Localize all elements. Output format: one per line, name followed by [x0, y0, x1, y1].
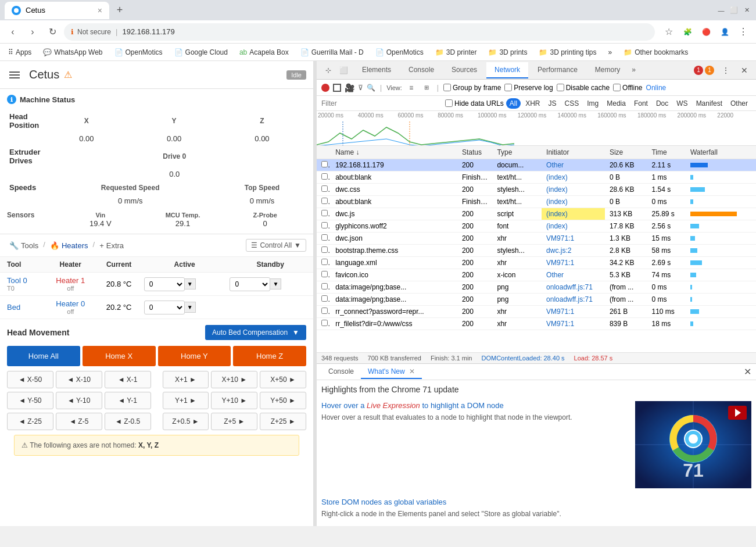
row-initiator-2[interactable]: (index)	[542, 184, 605, 196]
bookmark-3dtips[interactable]: 📁 3D printing tips	[535, 47, 600, 58]
row-checkbox-10[interactable]	[317, 281, 331, 294]
devtools-settings-icon[interactable]: ⋮	[719, 63, 733, 77]
hide-data-urls-checkbox[interactable]: Hide data URLs	[445, 99, 504, 108]
x-plus-50-button[interactable]: X+50 ►	[260, 371, 306, 388]
capture-screenshot-icon[interactable]: 🎥	[345, 83, 354, 92]
row-checkbox-4[interactable]	[317, 208, 331, 220]
row-checkbox-7[interactable]	[317, 245, 331, 257]
name-column-header[interactable]: Name ↓	[331, 146, 457, 159]
bookmark-more[interactable]: »	[605, 47, 616, 58]
row-initiator-3[interactable]: (index)	[542, 196, 605, 208]
whats-new-close[interactable]: ✕	[409, 367, 415, 376]
row-initiator-7[interactable]: dwc.js:2	[542, 245, 605, 257]
initiator-link-5[interactable]: (index)	[546, 222, 568, 230]
standby-0-select[interactable]: 0	[230, 277, 270, 291]
control-all-button[interactable]: ☰ Control All ▼	[246, 239, 306, 252]
whats-new-tab[interactable]: What's New ✕	[361, 365, 422, 379]
home-all-button[interactable]: Home All	[7, 346, 80, 366]
row-checkbox-0[interactable]	[317, 159, 331, 171]
table-row[interactable]: dwc.js 200 script (index) 313 KB 25.89 s	[317, 208, 756, 220]
filter-tab-css[interactable]: CSS	[561, 98, 583, 109]
initiator-link-3[interactable]: (index)	[546, 198, 568, 206]
initiator-link-13[interactable]: VM971:1	[546, 320, 574, 328]
bookmark-star[interactable]: ☆	[661, 24, 677, 40]
filter-icon[interactable]: ⊽	[358, 84, 363, 92]
active-bed-cell[interactable]: 0 ▼	[142, 296, 228, 319]
initiator-link-6[interactable]: VM971:1	[546, 234, 574, 242]
filter-tab-ws[interactable]: WS	[673, 98, 691, 109]
filter-tab-doc[interactable]: Doc	[653, 98, 672, 109]
extension-icon-1[interactable]: 🧩	[679, 24, 696, 40]
table-row[interactable]: rr_connect?password=repr... 200 xhr VM97…	[317, 306, 756, 318]
initiator-link-11[interactable]: onloadwff.js:71	[546, 295, 593, 303]
devtools-close-icon[interactable]: ✕	[737, 63, 751, 77]
forward-button[interactable]: ›	[24, 24, 41, 40]
home-x-button[interactable]: Home X	[83, 346, 156, 366]
y-plus-50-button[interactable]: Y+50 ►	[260, 392, 306, 409]
tab-network[interactable]: Network	[486, 62, 528, 78]
preserve-log-checkbox[interactable]: Preserve log	[504, 84, 553, 92]
filter-tab-img[interactable]: Img	[583, 98, 602, 109]
group-by-frame-checkbox[interactable]: Group by frame	[443, 84, 501, 92]
row-initiator-6[interactable]: VM971:1	[542, 233, 605, 245]
size-column-header[interactable]: Size	[605, 146, 647, 159]
tab-console[interactable]: Console	[400, 62, 442, 78]
url-bar[interactable]: ℹ Not secure | 192.168.11.179	[64, 23, 655, 41]
row-initiator-0[interactable]: Other	[542, 159, 605, 171]
row-initiator-5[interactable]: (index)	[542, 220, 605, 233]
active-0-select[interactable]: 0	[144, 277, 185, 291]
row-initiator-12[interactable]: VM971:1	[542, 306, 605, 318]
active-bed-select[interactable]: 0	[144, 301, 185, 314]
tab-sources[interactable]: Sources	[443, 62, 485, 78]
row-initiator-10[interactable]: onloadwff.js:71	[542, 281, 605, 294]
heater-1-link[interactable]: Heater 1	[56, 276, 85, 285]
extension-icon-2[interactable]: 🔴	[698, 24, 714, 40]
table-row[interactable]: data:image/png;base... 200 png onloadwff…	[317, 281, 756, 294]
tab-memory[interactable]: Memory	[587, 62, 628, 78]
initiator-link-7[interactable]: dwc.js:2	[546, 246, 571, 255]
table-row[interactable]: data:image/png;base... 200 png onloadwff…	[317, 294, 756, 306]
row-initiator-9[interactable]: Other	[542, 269, 605, 281]
tab-performance[interactable]: Performance	[529, 62, 586, 78]
bed-link[interactable]: Bed	[7, 303, 20, 312]
z-plus-25-button[interactable]: Z+25 ►	[260, 413, 306, 430]
initiator-link-2[interactable]: (index)	[546, 185, 568, 194]
initiator-link-8[interactable]: VM971:1	[546, 259, 574, 267]
y-minus-10-button[interactable]: ◄ Y-10	[56, 392, 102, 409]
list-view-icon[interactable]: ≡	[406, 82, 417, 94]
offline-checkbox[interactable]: Offline	[613, 84, 642, 92]
z-minus-25-button[interactable]: ◄ Z-25	[7, 413, 53, 430]
disable-cache-checkbox[interactable]: Disable cache	[557, 84, 610, 92]
browser-tab[interactable]: Cetus ×	[5, 2, 109, 19]
x-plus-10-button[interactable]: X+10 ►	[211, 371, 257, 388]
y-minus-1-button[interactable]: ◄ Y-1	[105, 392, 151, 409]
home-z-button[interactable]: Home Z	[233, 346, 306, 366]
z-plus-0-5-button[interactable]: Z+0.5 ►	[163, 413, 209, 430]
bookmark-3dprinter[interactable]: 📁 3D printer	[432, 47, 481, 58]
device-toggle-icon[interactable]: ⬜	[336, 63, 350, 77]
table-row[interactable]: rr_filelist?dir=0:/www/css 200 xhr VM971…	[317, 318, 756, 330]
console-tab[interactable]: Console	[321, 365, 361, 379]
home-y-button[interactable]: Home Y	[158, 346, 231, 366]
active-0-cell[interactable]: 0 ▼	[142, 273, 228, 296]
x-minus-10-button[interactable]: ◄ X-10	[56, 371, 102, 388]
row-initiator-13[interactable]: VM971:1	[542, 318, 605, 330]
table-row[interactable]: 192.168.11.179 200 docum... Other 20.6 K…	[317, 159, 756, 171]
table-row[interactable]: favicon.ico 200 x-icon Other 5.3 KB 74 m…	[317, 269, 756, 281]
back-button[interactable]: ‹	[5, 24, 21, 40]
search-network-icon[interactable]: 🔍	[367, 84, 375, 92]
reload-button[interactable]: ↻	[44, 24, 60, 40]
bookmark-3dprints[interactable]: 📁 3D prints	[485, 47, 531, 58]
bookmark-apps[interactable]: ⠿ Apps	[5, 47, 35, 58]
filter-tab-media[interactable]: Media	[603, 98, 629, 109]
new-tab-button[interactable]: +	[112, 2, 128, 19]
row-initiator-4[interactable]: (index)	[542, 208, 605, 220]
row-checkbox-8[interactable]	[317, 257, 331, 269]
table-row[interactable]: bootstrap.theme.css 200 stylesh... dwc.j…	[317, 245, 756, 257]
initiator-column-header[interactable]: Initiator	[542, 146, 605, 159]
bookmark-openmotics-2[interactable]: 📄 OpenMotics	[372, 47, 427, 58]
bookmark-other[interactable]: 📁 Other bookmarks	[620, 47, 691, 58]
waterfall-column-header[interactable]: Waterfall	[686, 146, 756, 159]
initiator-link-12[interactable]: VM971:1	[546, 308, 574, 316]
tool-0-link[interactable]: Tool 0	[7, 276, 27, 285]
